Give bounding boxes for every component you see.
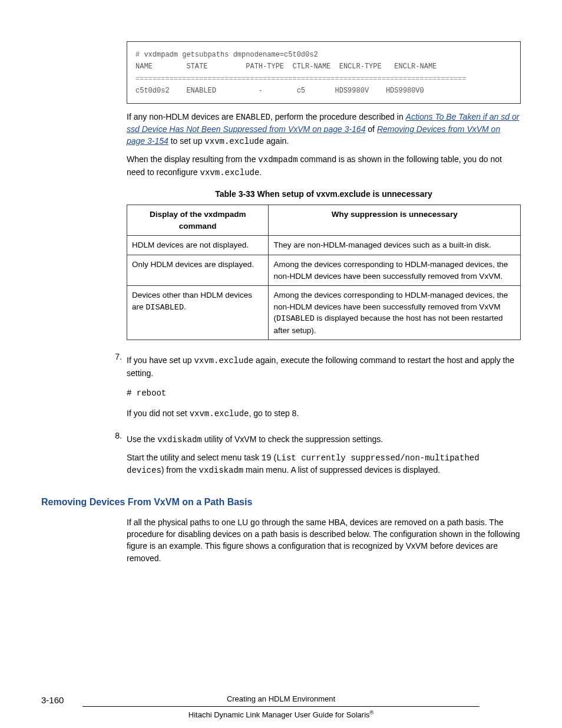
step-7: 7. If you have set up vxvm.exclude again… bbox=[127, 351, 521, 426]
table-vxvm-exclude: Display of the vxdmpadm command Why supp… bbox=[127, 205, 521, 340]
table-row: HDLM devices are not displayed. They are… bbox=[127, 236, 521, 255]
table-caption: Table 3-33 When setup of vxvm.exclude is… bbox=[127, 188, 521, 200]
step-8: 8. Use the vxdiskadm utility of VxVM to … bbox=[127, 430, 521, 483]
footer-subtitle: Hitachi Dynamic Link Manager User Guide … bbox=[41, 709, 521, 721]
terminal-output: # vxdmpadm getsubpaths dmpnodename=c5t0d… bbox=[127, 41, 521, 104]
paragraph-enabled-note: If any non-HDLM devices are ENABLED, per… bbox=[127, 111, 521, 148]
step-number: 8. bbox=[104, 430, 127, 483]
table-header-why: Why suppression is unnecessary bbox=[269, 205, 521, 236]
footer-title: Creating an HDLM Environment bbox=[227, 694, 335, 705]
terminal-cmd: # vxdmpadm getsubpaths dmpnodename=c5t0d… bbox=[135, 51, 318, 59]
section-body-paragraph: If all the physical paths to one LU go t… bbox=[127, 516, 521, 564]
table-row: Only HDLM devices are displayed. Among t… bbox=[127, 255, 521, 286]
page-number: 3-160 bbox=[41, 694, 64, 707]
table-row: Devices other than HDLM devices are DISA… bbox=[127, 286, 521, 340]
step-number: 7. bbox=[104, 351, 127, 426]
section-heading-removing-devices-path-basis: Removing Devices From VxVM on a Path Bas… bbox=[41, 495, 521, 509]
paragraph-vxdmpadm-note: When the display resulting from the vxdm… bbox=[127, 153, 521, 179]
page-footer: 3-160 Creating an HDLM Environment Hitac… bbox=[41, 694, 521, 721]
reboot-command: # reboot bbox=[127, 387, 521, 399]
table-header-display: Display of the vxdmpadm command bbox=[127, 205, 269, 236]
